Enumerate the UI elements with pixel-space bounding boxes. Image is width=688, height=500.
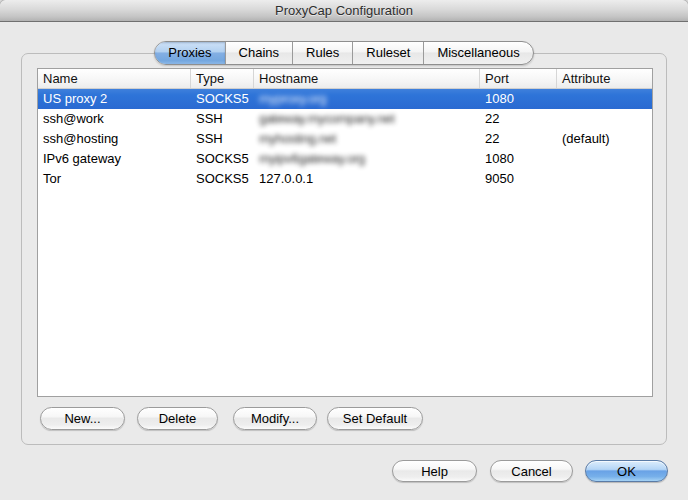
cell-port: 22 bbox=[480, 109, 557, 129]
set-default-button[interactable]: Set Default bbox=[327, 407, 423, 430]
column-header-type[interactable]: Type bbox=[191, 69, 254, 88]
cell-type: SOCKS5 bbox=[191, 89, 254, 109]
help-button[interactable]: Help bbox=[392, 460, 477, 482]
tab-strip: Proxies Chains Rules Ruleset Miscellaneo… bbox=[0, 41, 688, 65]
cell-type: SOCKS5 bbox=[191, 169, 254, 189]
delete-button[interactable]: Delete bbox=[137, 407, 218, 430]
cell-type: SOCKS5 bbox=[191, 149, 254, 169]
tab-strip-inner: Proxies Chains Rules Ruleset Miscellaneo… bbox=[154, 41, 534, 65]
column-header-attribute[interactable]: Attribute bbox=[557, 69, 652, 88]
cell-attribute bbox=[557, 89, 652, 109]
cell-name: IPv6 gateway bbox=[38, 149, 191, 169]
cell-hostname: 127.0.0.1 bbox=[254, 169, 480, 189]
ok-button[interactable]: OK bbox=[585, 460, 668, 482]
table-row-tor[interactable]: Tor SOCKS5 127.0.0.1 9050 bbox=[38, 169, 652, 189]
column-header-name[interactable]: Name bbox=[38, 69, 191, 88]
window-title: ProxyCap Configuration bbox=[275, 3, 413, 18]
cell-name: ssh@work bbox=[38, 109, 191, 129]
tab-rules[interactable]: Rules bbox=[293, 42, 353, 64]
cell-hostname-blurred: gateway.mycompany.net bbox=[254, 109, 480, 129]
cell-port: 1080 bbox=[480, 149, 557, 169]
cell-name: ssh@hosting bbox=[38, 129, 191, 149]
tab-proxies[interactable]: Proxies bbox=[155, 42, 225, 64]
cell-hostname-blurred: myhosting.net bbox=[254, 129, 480, 149]
cell-attribute bbox=[557, 109, 652, 129]
table-row-ssh-hosting[interactable]: ssh@hosting SSH myhosting.net 22 (defaul… bbox=[38, 129, 652, 149]
tab-ruleset[interactable]: Ruleset bbox=[353, 42, 424, 64]
tab-chains[interactable]: Chains bbox=[226, 42, 293, 64]
new-button[interactable]: New... bbox=[40, 407, 125, 430]
cell-hostname-blurred: myipv6gateway.org bbox=[254, 149, 480, 169]
column-header-hostname[interactable]: Hostname bbox=[254, 69, 480, 88]
cell-port: 1080 bbox=[480, 89, 557, 109]
cell-attribute bbox=[557, 149, 652, 169]
cell-type: SSH bbox=[191, 109, 254, 129]
cancel-button[interactable]: Cancel bbox=[490, 460, 573, 482]
cell-port: 9050 bbox=[480, 169, 557, 189]
title-bar[interactable]: ProxyCap Configuration bbox=[0, 0, 688, 22]
cell-name: US proxy 2 bbox=[38, 89, 191, 109]
cell-attribute: (default) bbox=[557, 129, 652, 149]
proxycap-configuration-window: ProxyCap Configuration Proxies Chains Ru… bbox=[0, 0, 688, 500]
cell-hostname-blurred: myproxy.org bbox=[254, 89, 480, 109]
table-row-ssh-work[interactable]: ssh@work SSH gateway.mycompany.net 22 bbox=[38, 109, 652, 129]
column-header-port[interactable]: Port bbox=[480, 69, 557, 88]
cell-port: 22 bbox=[480, 129, 557, 149]
table-row-ipv6-gateway[interactable]: IPv6 gateway SOCKS5 myipv6gateway.org 10… bbox=[38, 149, 652, 169]
proxy-table: Name Type Hostname Port Attribute US pro… bbox=[37, 68, 653, 397]
modify-button[interactable]: Modify... bbox=[233, 407, 317, 430]
cell-type: SSH bbox=[191, 129, 254, 149]
proxy-table-header: Name Type Hostname Port Attribute bbox=[38, 69, 652, 89]
table-row-us-proxy-2[interactable]: US proxy 2 SOCKS5 myproxy.org 1080 bbox=[38, 89, 652, 109]
cell-name: Tor bbox=[38, 169, 191, 189]
cell-attribute bbox=[557, 169, 652, 189]
tab-miscellaneous[interactable]: Miscellaneous bbox=[424, 42, 532, 64]
